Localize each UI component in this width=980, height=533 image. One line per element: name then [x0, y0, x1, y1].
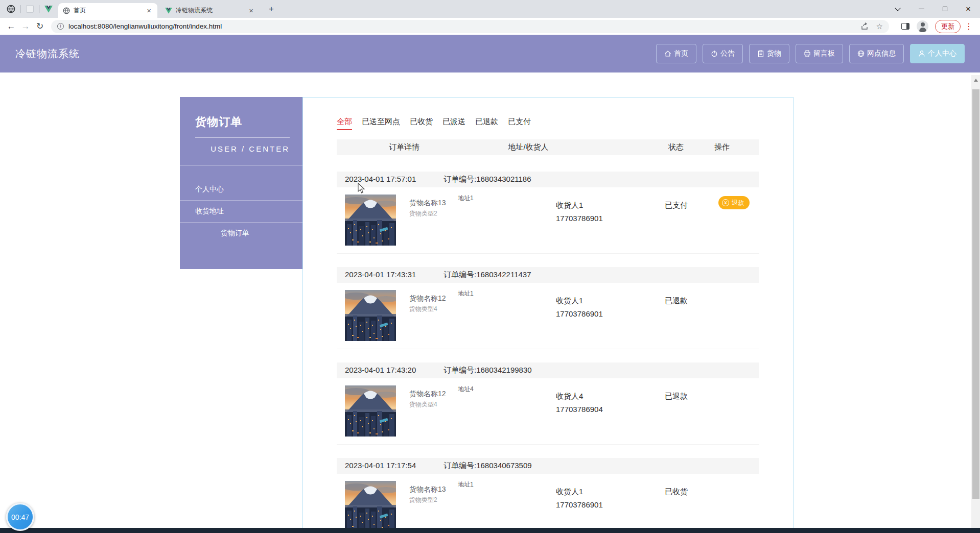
order-group: 2023-04-01 17:57:01 订单编号:1680343021186 货… — [337, 172, 759, 254]
refund-button[interactable]: ¥ 退款 — [718, 196, 750, 209]
order-date: 2023-04-01 17:43:31 — [345, 270, 416, 279]
browser-tab-inactive[interactable]: 冷链物流系统 × — [160, 3, 260, 18]
nav-home-button[interactable]: 首页 — [656, 44, 696, 63]
nav-messageboard-button[interactable]: 留言板 — [796, 44, 843, 63]
window-restore-button[interactable] — [933, 0, 956, 18]
forward-button[interactable]: → — [18, 21, 33, 32]
share-icon[interactable] — [861, 22, 869, 30]
printer-icon — [804, 50, 811, 57]
order-number: 订单编号:1680343021186 — [444, 175, 531, 184]
order-date-bar: 2023-04-01 17:43:31 订单编号:1680342211437 — [337, 267, 759, 283]
nav-personal-center-button[interactable]: 个人中心 — [910, 44, 965, 63]
sidebar-menu: 个人中心 收货地址 货物订单 — [180, 179, 303, 244]
order-address: 地址1 — [458, 289, 474, 298]
product-image[interactable] — [345, 290, 396, 341]
filter-tab-received[interactable]: 已收货 — [410, 117, 433, 130]
column-status: 状态 — [668, 142, 684, 152]
sidebar-item-personal-center[interactable]: 个人中心 — [180, 179, 303, 201]
main-nav: 首页 公告 货物 留言板 网点信息 个人中心 — [656, 44, 965, 63]
filter-tab-paid[interactable]: 已支付 — [508, 117, 531, 130]
filter-tab-all[interactable]: 全部 — [337, 117, 352, 130]
order-receiver: 收货人4 — [556, 392, 583, 401]
order-group: 2023-04-01 17:17:54 订单编号:1680340673509 货… — [337, 458, 759, 533]
url-omnibox[interactable]: i localhost:8080/lenglianwuliuxitong/fro… — [51, 20, 889, 33]
reload-button[interactable]: ↻ — [33, 21, 47, 32]
order-status: 已退款 — [665, 392, 688, 401]
nav-announcement-button[interactable]: 公告 — [703, 44, 743, 63]
user-center-sidebar: 货物订单 USER / CENTER 个人中心 收货地址 货物订单 — [180, 97, 303, 269]
bottom-taskbar-strip — [0, 528, 980, 533]
order-date-bar: 2023-04-01 17:17:54 订单编号:1680340673509 — [337, 458, 759, 474]
back-button[interactable]: ← — [4, 21, 18, 32]
power-icon — [711, 50, 718, 57]
globe-icon — [857, 50, 865, 57]
order-address: 地址1 — [458, 480, 474, 489]
nav-network-info-button[interactable]: 网点信息 — [849, 44, 904, 63]
sidebar-item-shipping-address[interactable]: 收货地址 — [180, 201, 303, 223]
tab-close-icon[interactable]: × — [247, 6, 255, 15]
product-name[interactable]: 货物名称13 — [409, 199, 446, 208]
order-phone: 17703786901 — [556, 500, 603, 509]
order-date: 2023-04-01 17:43:20 — [345, 366, 416, 374]
sidebar-section-divider — [180, 165, 303, 165]
order-number: 订单编号:1680342211437 — [444, 270, 531, 280]
product-image[interactable] — [345, 195, 396, 246]
bookmark-star-icon[interactable]: ☆ — [876, 22, 883, 31]
pinned-tabs — [0, 0, 53, 18]
browser-tab-strip: 首页 × 冷链物流系统 × + × — [0, 0, 980, 18]
orders-panel: 全部 已送至网点 已收货 已派送 已退款 已支付 订单详情 地址/收货人 状态 … — [302, 97, 794, 533]
side-panel-icon[interactable] — [901, 23, 909, 30]
profile-avatar[interactable] — [917, 20, 928, 32]
site-info-icon[interactable]: i — [57, 23, 64, 30]
tab-favicon-vue-icon — [165, 8, 172, 14]
browser-menu-icon[interactable]: ⋮ — [965, 21, 973, 31]
nav-goods-button[interactable]: 货物 — [749, 44, 789, 63]
product-name[interactable]: 货物名称12 — [409, 390, 446, 399]
tab-favicon-globe-icon — [63, 7, 70, 14]
order-row: 货物名称12 货物类型4 地址4 收货人4 17703786904 已退款 — [337, 378, 759, 445]
product-name[interactable]: 货物名称13 — [409, 485, 446, 494]
order-group: 2023-04-01 17:43:20 订单编号:1680342199830 货… — [337, 362, 759, 445]
window-minimize-button[interactable] — [909, 0, 933, 18]
product-type: 货物类型2 — [409, 496, 437, 504]
scrollbar-up-arrow-icon[interactable] — [974, 79, 978, 82]
recording-timer-bubble[interactable]: 00:47 — [6, 503, 34, 531]
order-receiver: 收货人1 — [556, 487, 583, 497]
orders-table-header: 订单详情 地址/收货人 状态 操作 — [337, 139, 759, 155]
product-image[interactable] — [345, 385, 396, 437]
window-controls: × — [886, 0, 980, 18]
window-close-button[interactable]: × — [956, 0, 980, 18]
pinned-tab-vue-icon[interactable] — [44, 5, 53, 14]
app-header: 冷链物流系统 首页 公告 货物 留言板 网点信息 个人中心 — [0, 35, 980, 72]
app-brand: 冷链物流系统 — [15, 47, 80, 61]
pinned-tab-blank-icon[interactable] — [25, 5, 34, 14]
url-text[interactable]: localhost:8080/lenglianwuliuxitong/front… — [68, 22, 854, 30]
browser-tab-active[interactable]: 首页 × — [58, 3, 157, 18]
order-row: 货物名称13 货物类型2 地址1 收货人1 17703786901 已支付 ¥ … — [337, 187, 759, 254]
tab-title: 首页 — [74, 6, 145, 15]
filter-tab-sent-to-outlet[interactable]: 已送至网点 — [362, 117, 400, 130]
chrome-update-button[interactable]: 更新 — [935, 20, 961, 33]
filter-tab-dispatched[interactable]: 已派送 — [442, 117, 465, 130]
page-scrollbar[interactable] — [971, 75, 980, 528]
order-date: 2023-04-01 17:17:54 — [345, 461, 416, 470]
order-address: 地址1 — [458, 194, 474, 203]
order-row: 货物名称12 货物类型4 地址1 收货人1 17703786901 已退款 — [337, 283, 759, 349]
sidebar-item-goods-orders[interactable]: 货物订单 — [180, 223, 303, 244]
filter-tab-refunded[interactable]: 已退款 — [475, 117, 498, 130]
order-phone: 17703786904 — [556, 405, 603, 414]
pinned-tab-globe-icon[interactable] — [6, 5, 15, 14]
tab-search-chevron-icon[interactable] — [886, 0, 909, 18]
order-date-bar: 2023-04-01 17:57:01 订单编号:1680343021186 — [337, 172, 759, 187]
product-image[interactable] — [345, 481, 396, 532]
column-address-receiver: 地址/收货人 — [508, 142, 548, 152]
scrollbar-thumb[interactable] — [972, 89, 979, 499]
tab-title: 冷链物流系统 — [176, 6, 247, 15]
tab-close-icon[interactable]: × — [145, 6, 153, 15]
order-status: 已支付 — [665, 201, 688, 210]
product-name[interactable]: 货物名称12 — [409, 294, 446, 303]
new-tab-button[interactable]: + — [266, 4, 277, 14]
product-type: 货物类型2 — [409, 209, 437, 218]
sidebar-title: 货物订单 — [195, 114, 290, 130]
order-date: 2023-04-01 17:57:01 — [345, 175, 416, 183]
